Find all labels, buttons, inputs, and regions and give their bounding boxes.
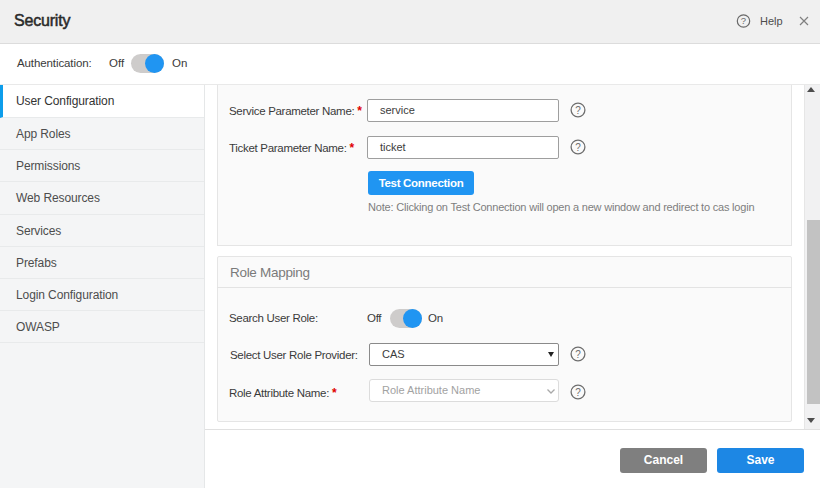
svg-text:?: ? [575, 142, 581, 153]
svg-text:?: ? [575, 105, 581, 116]
svg-text:?: ? [575, 387, 581, 398]
svg-text:?: ? [575, 349, 581, 360]
svg-text:?: ? [741, 15, 746, 26]
